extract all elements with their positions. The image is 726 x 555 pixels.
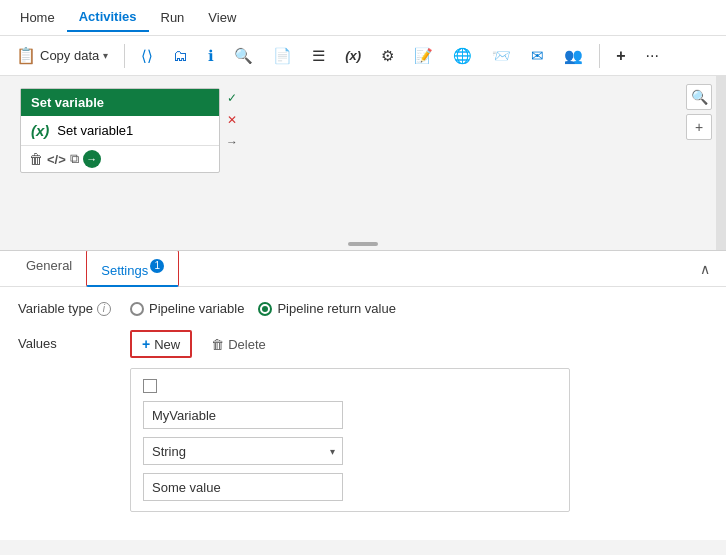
- outlook-icon: ✉: [531, 47, 544, 65]
- card-accept-btn[interactable]: ✓: [222, 88, 242, 108]
- activity-card-header: Set variable: [21, 89, 219, 116]
- tabs-bar: General Settings1 ∧: [0, 251, 726, 287]
- list-button[interactable]: ☰: [304, 43, 333, 69]
- delete-button[interactable]: 🗑 Delete: [200, 332, 277, 357]
- search-icon: 🔍: [234, 47, 253, 65]
- card-reject-btn[interactable]: ✕: [222, 110, 242, 130]
- collapse-button[interactable]: ∧: [696, 257, 714, 281]
- tab-settings[interactable]: Settings1: [86, 250, 179, 288]
- script-button[interactable]: 📝: [406, 43, 441, 69]
- card-forward-btn[interactable]: →: [222, 132, 242, 152]
- copy-data-label: Copy data: [40, 48, 99, 63]
- values-table: String Integer Boolean Array Object Floa…: [130, 368, 570, 512]
- add-icon: +: [616, 47, 625, 65]
- plus-icon: +: [142, 336, 150, 352]
- variable-type-label: Variable type i: [18, 301, 118, 316]
- dataflow-button[interactable]: 🗂: [165, 43, 196, 68]
- values-row: Values + New 🗑 Delete: [18, 330, 708, 512]
- variable-name-input[interactable]: [143, 401, 343, 429]
- teams-button[interactable]: 👥: [556, 43, 591, 69]
- radio-pipeline-variable-circle: [130, 302, 144, 316]
- card-side-actions: ✓ ✕ →: [222, 88, 242, 152]
- variable-type-row: Variable type i Pipeline variable Pipeli…: [18, 301, 708, 316]
- canvas-area: Set variable (x) Set variable1 🗑 </> ⧉ →…: [0, 76, 726, 251]
- transform-icon: ⚙: [381, 47, 394, 65]
- document-button[interactable]: 📄: [265, 43, 300, 69]
- menu-run[interactable]: Run: [149, 4, 197, 31]
- activity-card-title: Set variable: [31, 95, 104, 110]
- copy-data-button[interactable]: 📋 Copy data ▾: [8, 42, 116, 69]
- list-icon: ☰: [312, 47, 325, 65]
- globe-icon: 🌐: [453, 47, 472, 65]
- radio-pipeline-variable[interactable]: Pipeline variable: [130, 301, 244, 316]
- canvas-controls: 🔍 +: [686, 84, 712, 140]
- delete-button-label: Delete: [228, 337, 266, 352]
- pipeline-icon: ⟨⟩: [141, 47, 153, 65]
- toolbar-separator-1: [124, 44, 125, 68]
- copy-data-dropdown-icon: ▾: [103, 50, 108, 61]
- settings-badge: 1: [150, 259, 164, 273]
- radio-pipeline-variable-label: Pipeline variable: [149, 301, 244, 316]
- variable-card-icon: (x): [31, 122, 49, 139]
- table-row-check: [143, 379, 557, 393]
- tabs-left: General Settings1: [12, 250, 179, 288]
- menu-activities[interactable]: Activities: [67, 3, 149, 32]
- more-button[interactable]: ···: [638, 43, 667, 69]
- canvas-scrollbar[interactable]: [716, 76, 726, 250]
- properties-panel: General Settings1 ∧ Variable type i Pipe…: [0, 251, 726, 540]
- tab-general[interactable]: General: [12, 250, 86, 288]
- values-actions: + New 🗑 Delete: [130, 330, 570, 358]
- teams-icon: 👥: [564, 47, 583, 65]
- activity-card-body: (x) Set variable1: [21, 116, 219, 146]
- values-label: Values: [18, 330, 118, 351]
- variable-icon: (x): [345, 48, 361, 63]
- properties-content: Variable type i Pipeline variable Pipeli…: [0, 287, 726, 540]
- add-button[interactable]: +: [608, 43, 633, 69]
- trash-icon: 🗑: [211, 337, 224, 352]
- new-button[interactable]: + New: [130, 330, 192, 358]
- radio-pipeline-return[interactable]: Pipeline return value: [258, 301, 396, 316]
- canvas-zoom-in-btn[interactable]: +: [686, 114, 712, 140]
- web-button[interactable]: 🌐: [445, 43, 480, 69]
- script-icon: 📝: [414, 47, 433, 65]
- table-row-checkbox[interactable]: [143, 379, 157, 393]
- values-controls: + New 🗑 Delete Str: [130, 330, 570, 512]
- activity-card: Set variable (x) Set variable1 🗑 </> ⧉ →: [20, 88, 220, 173]
- outlook-button[interactable]: ✉: [523, 43, 552, 69]
- activity-card-footer: 🗑 </> ⧉ →: [21, 146, 219, 172]
- type-select-wrapper: String Integer Boolean Array Object Floa…: [143, 437, 343, 465]
- copy-data-icon: 📋: [16, 46, 36, 65]
- menu-home[interactable]: Home: [8, 4, 67, 31]
- canvas-search-btn[interactable]: 🔍: [686, 84, 712, 110]
- menu-view[interactable]: View: [196, 4, 248, 31]
- search-button[interactable]: 🔍: [226, 43, 261, 69]
- collapse-handle[interactable]: [348, 242, 378, 246]
- variable-type-controls: Pipeline variable Pipeline return value: [130, 301, 396, 316]
- document-icon: 📄: [273, 47, 292, 65]
- copy-icon[interactable]: ⧉: [70, 151, 79, 167]
- code-icon[interactable]: </>: [47, 152, 66, 167]
- pipeline-button[interactable]: ⟨⟩: [133, 43, 161, 69]
- variable-type-info-icon: i: [97, 302, 111, 316]
- send-button[interactable]: 📨: [484, 43, 519, 69]
- transform-button[interactable]: ⚙: [373, 43, 402, 69]
- variable-button[interactable]: (x): [337, 44, 369, 67]
- variable-value-input[interactable]: [143, 473, 343, 501]
- info-icon: ℹ: [208, 47, 214, 65]
- menu-bar: Home Activities Run View: [0, 0, 726, 36]
- send-icon: 📨: [492, 47, 511, 65]
- new-button-label: New: [154, 337, 180, 352]
- delete-activity-icon[interactable]: 🗑: [29, 151, 43, 167]
- toolbar-separator-2: [599, 44, 600, 68]
- toolbar: 📋 Copy data ▾ ⟨⟩ 🗂 ℹ 🔍 📄 ☰ (x) ⚙ 📝 🌐: [0, 36, 726, 76]
- activity-card-name: Set variable1: [57, 123, 133, 138]
- dataflow-icon: 🗂: [173, 47, 188, 64]
- type-select[interactable]: String Integer Boolean Array Object Floa…: [143, 437, 343, 465]
- arrow-icon[interactable]: →: [83, 150, 101, 168]
- more-icon: ···: [646, 47, 659, 65]
- radio-pipeline-return-circle: [258, 302, 272, 316]
- info-button[interactable]: ℹ: [200, 43, 222, 69]
- radio-pipeline-return-label: Pipeline return value: [277, 301, 396, 316]
